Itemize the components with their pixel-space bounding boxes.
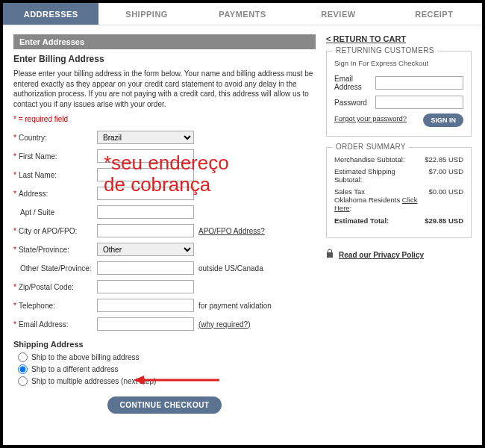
merchandise-subtotal-label: Merchandise Subtotal:	[334, 155, 425, 164]
phone-hint: for payment validation	[198, 302, 272, 310]
apt-input[interactable]	[97, 205, 194, 219]
tab-review[interactable]: REVIEW	[290, 3, 386, 25]
zip-input[interactable]	[97, 280, 194, 293]
order-summary-title: ORDER SUMMARY	[333, 143, 409, 151]
merchandise-subtotal-value: $22.85 USD	[425, 155, 463, 164]
address-input[interactable]	[97, 187, 194, 200]
country-select[interactable]: Brazil	[97, 131, 194, 144]
ship-multiple-label: Ship to multiple addresses (next step)	[31, 377, 156, 385]
login-email-input[interactable]	[375, 76, 463, 90]
ship-different-radio[interactable]	[18, 364, 28, 374]
city-label: City or APO/FPO:	[19, 227, 77, 235]
zip-label: Zip/Postal Code:	[19, 283, 74, 291]
apo-fpo-link[interactable]: APO/FPO Address?	[198, 227, 265, 235]
section-header: Enter Addresses	[13, 34, 316, 49]
sales-tax-label: Sales Tax	[334, 187, 365, 196]
required-field-note: * = required field	[13, 115, 316, 123]
shipping-subtotal-label: Estimated Shipping Subtotal:	[334, 167, 429, 184]
last-name-input[interactable]	[97, 168, 194, 181]
forgot-password-link[interactable]: Forgot your password?	[334, 114, 407, 122]
email-label: Email Address:	[19, 320, 69, 329]
tab-payments[interactable]: PAYMENTS	[195, 3, 290, 25]
other-state-input[interactable]	[97, 261, 194, 275]
continue-checkout-button[interactable]: CONTINUE CHECKOUT	[107, 396, 221, 414]
ship-same-radio[interactable]	[18, 352, 28, 362]
apt-label: Apt / Suite	[20, 208, 54, 217]
return-to-cart-link[interactable]: < RETURN TO CART	[326, 34, 406, 43]
shipping-address-title: Shipping Address	[13, 340, 316, 349]
sales-tax-note: Oklahoma Residents	[334, 196, 402, 204]
phone-input[interactable]	[97, 299, 194, 312]
phone-label: Telephone:	[19, 302, 55, 310]
login-email-label: Email Address	[334, 75, 375, 91]
state-label: State/Province:	[19, 246, 69, 254]
checkout-tabs: ADDRESSES SHIPPING PAYMENTS REVIEW RECEI…	[3, 3, 482, 25]
billing-instructions: Please enter your billing address in the…	[13, 69, 316, 109]
country-label: Country:	[19, 134, 47, 142]
why-required-link[interactable]: (why required?)	[198, 320, 250, 329]
first-name-label: First Name:	[19, 152, 57, 161]
ship-same-label: Ship to the above billing address	[31, 353, 140, 361]
first-name-input[interactable]	[97, 149, 194, 163]
tab-receipt[interactable]: RECEIPT	[387, 3, 482, 25]
signin-subtitle: Sign In For Express Checkout	[334, 59, 463, 67]
tab-addresses[interactable]: ADDRESSES	[3, 3, 98, 25]
ship-different-label: Ship to a different address	[31, 365, 119, 373]
returning-customers-box: RETURNING CUSTOMERS Sign In For Express …	[326, 51, 472, 137]
other-state-hint: outside US/Canada	[198, 264, 263, 273]
billing-address-title: Enter Billing Address	[13, 54, 316, 64]
shipping-subtotal-value: $7.00 USD	[429, 167, 463, 184]
city-input[interactable]	[97, 224, 194, 237]
sign-in-button[interactable]: SIGN IN	[423, 113, 463, 127]
last-name-label: Last Name:	[19, 171, 57, 179]
tab-shipping[interactable]: SHIPPING	[98, 3, 194, 25]
address-label: Address:	[19, 190, 48, 198]
estimated-total-label: Estimated Total:	[334, 217, 425, 225]
returning-customers-title: RETURNING CUSTOMERS	[333, 46, 437, 55]
email-input[interactable]	[97, 317, 194, 331]
other-state-label: Other State/Province:	[20, 264, 92, 273]
lock-icon	[326, 249, 334, 259]
sales-tax-value: $0.00 USD	[429, 187, 463, 212]
privacy-policy-link[interactable]: Read our Privacy Policy	[339, 251, 424, 259]
order-summary-box: ORDER SUMMARY Merchandise Subtotal: $22.…	[326, 147, 472, 238]
state-select[interactable]: Other	[97, 243, 194, 256]
estimated-total-value: $29.85 USD	[425, 217, 463, 225]
login-password-label: Password	[334, 99, 375, 107]
ship-multiple-radio[interactable]	[18, 376, 28, 386]
login-password-input[interactable]	[375, 96, 463, 109]
